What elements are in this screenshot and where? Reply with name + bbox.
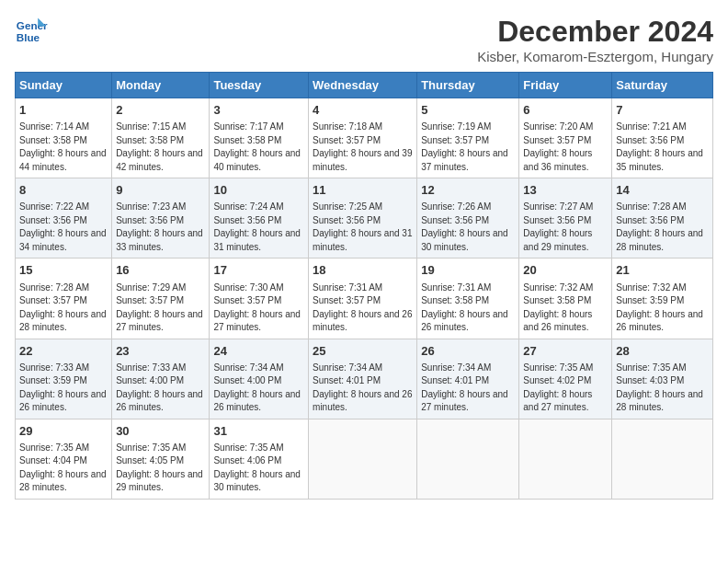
day-number: 2 xyxy=(116,102,205,119)
sunset-label: Sunset: 4:03 PM xyxy=(616,375,684,385)
day-number: 19 xyxy=(421,262,515,279)
calendar-cell: 19 Sunrise: 7:31 AM Sunset: 3:58 PM Dayl… xyxy=(417,259,519,339)
daylight-label: Daylight: 8 hours and 30 minutes. xyxy=(213,469,301,493)
calendar-cell: 25 Sunrise: 7:34 AM Sunset: 4:01 PM Dayl… xyxy=(309,339,417,419)
day-info: Sunrise: 7:27 AM Sunset: 3:56 PM Dayligh… xyxy=(523,201,608,254)
sunset-label: Sunset: 3:58 PM xyxy=(213,135,281,145)
day-number: 15 xyxy=(19,262,108,279)
header-tuesday: Tuesday xyxy=(210,73,309,98)
daylight-label: Daylight: 8 hours and 27 minutes. xyxy=(421,389,508,413)
day-info: Sunrise: 7:31 AM Sunset: 3:58 PM Dayligh… xyxy=(421,282,515,335)
sunrise-label: Sunrise: 7:32 AM xyxy=(616,282,686,293)
logo: General Blue xyxy=(15,15,48,48)
day-info: Sunrise: 7:20 AM Sunset: 3:57 PM Dayligh… xyxy=(523,121,608,174)
page-title: December 2024 xyxy=(477,15,713,49)
daylight-label: Daylight: 8 hours and 29 minutes. xyxy=(523,228,592,252)
day-number: 20 xyxy=(523,262,608,279)
calendar-week-row: 29 Sunrise: 7:35 AM Sunset: 4:04 PM Dayl… xyxy=(16,419,713,499)
calendar-cell: 17 Sunrise: 7:30 AM Sunset: 3:57 PM Dayl… xyxy=(210,259,309,339)
sunset-label: Sunset: 3:58 PM xyxy=(421,295,489,305)
calendar-cell: 21 Sunrise: 7:32 AM Sunset: 3:59 PM Dayl… xyxy=(612,259,713,339)
calendar-cell: 9 Sunrise: 7:23 AM Sunset: 3:56 PM Dayli… xyxy=(112,178,210,259)
day-info: Sunrise: 7:14 AM Sunset: 3:58 PM Dayligh… xyxy=(19,121,108,174)
daylight-label: Daylight: 8 hours and 40 minutes. xyxy=(213,148,301,172)
sunset-label: Sunset: 3:57 PM xyxy=(213,295,281,305)
day-number: 25 xyxy=(313,343,413,360)
day-info: Sunrise: 7:32 AM Sunset: 3:58 PM Dayligh… xyxy=(523,282,608,335)
daylight-label: Daylight: 8 hours and 28 minutes. xyxy=(616,389,703,413)
day-info: Sunrise: 7:28 AM Sunset: 3:56 PM Dayligh… xyxy=(616,201,709,254)
day-number: 13 xyxy=(523,182,608,199)
calendar-cell: 6 Sunrise: 7:20 AM Sunset: 3:57 PM Dayli… xyxy=(519,98,612,178)
sunrise-label: Sunrise: 7:35 AM xyxy=(616,362,686,373)
calendar-cell: 14 Sunrise: 7:28 AM Sunset: 3:56 PM Dayl… xyxy=(612,178,713,259)
calendar-cell: 15 Sunrise: 7:28 AM Sunset: 3:57 PM Dayl… xyxy=(16,259,112,339)
sunset-label: Sunset: 3:58 PM xyxy=(116,135,184,145)
calendar-week-row: 15 Sunrise: 7:28 AM Sunset: 3:57 PM Dayl… xyxy=(16,259,713,339)
calendar-week-row: 8 Sunrise: 7:22 AM Sunset: 3:56 PM Dayli… xyxy=(16,178,713,259)
daylight-label: Daylight: 8 hours and 26 minutes. xyxy=(421,309,508,333)
calendar-cell: 2 Sunrise: 7:15 AM Sunset: 3:58 PM Dayli… xyxy=(112,98,210,178)
daylight-label: Daylight: 8 hours and 28 minutes. xyxy=(19,469,107,493)
day-number: 24 xyxy=(213,343,304,360)
daylight-label: Daylight: 8 hours and 44 minutes. xyxy=(19,148,107,172)
day-info: Sunrise: 7:25 AM Sunset: 3:56 PM Dayligh… xyxy=(313,201,413,254)
sunrise-label: Sunrise: 7:35 AM xyxy=(19,442,89,453)
day-info: Sunrise: 7:24 AM Sunset: 3:56 PM Dayligh… xyxy=(213,201,304,254)
calendar-cell: 10 Sunrise: 7:24 AM Sunset: 3:56 PM Dayl… xyxy=(210,178,309,259)
sunrise-label: Sunrise: 7:25 AM xyxy=(313,201,382,212)
calendar-week-row: 22 Sunrise: 7:33 AM Sunset: 3:59 PM Dayl… xyxy=(16,339,713,419)
sunset-label: Sunset: 3:56 PM xyxy=(421,215,489,225)
sunrise-label: Sunrise: 7:34 AM xyxy=(313,362,382,373)
day-number: 11 xyxy=(313,182,413,199)
sunset-label: Sunset: 3:56 PM xyxy=(616,135,684,145)
calendar-week-row: 1 Sunrise: 7:14 AM Sunset: 3:58 PM Dayli… xyxy=(16,98,713,178)
daylight-label: Daylight: 8 hours and 35 minutes. xyxy=(616,148,703,172)
calendar-cell: 31 Sunrise: 7:35 AM Sunset: 4:06 PM Dayl… xyxy=(210,419,309,499)
logo-icon: General Blue xyxy=(15,15,48,48)
day-number: 16 xyxy=(116,262,205,279)
day-info: Sunrise: 7:35 AM Sunset: 4:05 PM Dayligh… xyxy=(116,442,205,495)
sunset-label: Sunset: 3:56 PM xyxy=(313,215,381,225)
day-info: Sunrise: 7:34 AM Sunset: 4:01 PM Dayligh… xyxy=(421,362,515,415)
daylight-label: Daylight: 8 hours and 34 minutes. xyxy=(19,228,107,252)
daylight-label: Daylight: 8 hours and 31 minutes. xyxy=(313,228,412,252)
day-number: 29 xyxy=(19,423,108,440)
calendar-cell: 8 Sunrise: 7:22 AM Sunset: 3:56 PM Dayli… xyxy=(16,178,112,259)
sunrise-label: Sunrise: 7:33 AM xyxy=(19,362,89,373)
day-info: Sunrise: 7:29 AM Sunset: 3:57 PM Dayligh… xyxy=(116,282,205,335)
header-sunday: Sunday xyxy=(16,73,112,98)
sunset-label: Sunset: 3:56 PM xyxy=(213,215,281,225)
sunset-label: Sunset: 4:01 PM xyxy=(313,375,381,385)
day-info: Sunrise: 7:22 AM Sunset: 3:56 PM Dayligh… xyxy=(19,201,108,254)
calendar-cell: 12 Sunrise: 7:26 AM Sunset: 3:56 PM Dayl… xyxy=(417,178,519,259)
day-info: Sunrise: 7:15 AM Sunset: 3:58 PM Dayligh… xyxy=(116,121,205,174)
calendar-cell: 1 Sunrise: 7:14 AM Sunset: 3:58 PM Dayli… xyxy=(16,98,112,178)
sunrise-label: Sunrise: 7:14 AM xyxy=(19,121,89,132)
calendar-cell: 23 Sunrise: 7:33 AM Sunset: 4:00 PM Dayl… xyxy=(112,339,210,419)
header-wednesday: Wednesday xyxy=(309,73,417,98)
daylight-label: Daylight: 8 hours and 26 minutes. xyxy=(313,389,412,413)
day-number: 5 xyxy=(421,102,515,119)
daylight-label: Daylight: 8 hours and 29 minutes. xyxy=(116,469,203,493)
calendar-cell: 27 Sunrise: 7:35 AM Sunset: 4:02 PM Dayl… xyxy=(519,339,612,419)
day-number: 1 xyxy=(19,102,108,119)
sunrise-label: Sunrise: 7:19 AM xyxy=(421,121,491,132)
daylight-label: Daylight: 8 hours and 31 minutes. xyxy=(213,228,301,252)
sunset-label: Sunset: 3:57 PM xyxy=(116,295,184,305)
day-number: 4 xyxy=(313,102,413,119)
sunset-label: Sunset: 3:58 PM xyxy=(523,295,591,305)
sunrise-label: Sunrise: 7:31 AM xyxy=(421,282,491,293)
daylight-label: Daylight: 8 hours and 27 minutes. xyxy=(213,309,301,333)
header-saturday: Saturday xyxy=(612,73,713,98)
daylight-label: Daylight: 8 hours and 28 minutes. xyxy=(616,228,703,252)
calendar-cell: 28 Sunrise: 7:35 AM Sunset: 4:03 PM Dayl… xyxy=(612,339,713,419)
calendar-cell: 13 Sunrise: 7:27 AM Sunset: 3:56 PM Dayl… xyxy=(519,178,612,259)
day-info: Sunrise: 7:17 AM Sunset: 3:58 PM Dayligh… xyxy=(213,121,304,174)
day-info: Sunrise: 7:35 AM Sunset: 4:06 PM Dayligh… xyxy=(213,442,304,495)
calendar-cell: 20 Sunrise: 7:32 AM Sunset: 3:58 PM Dayl… xyxy=(519,259,612,339)
sunrise-label: Sunrise: 7:30 AM xyxy=(213,282,283,293)
daylight-label: Daylight: 8 hours and 27 minutes. xyxy=(116,309,203,333)
day-number: 7 xyxy=(616,102,709,119)
day-number: 28 xyxy=(616,343,709,360)
